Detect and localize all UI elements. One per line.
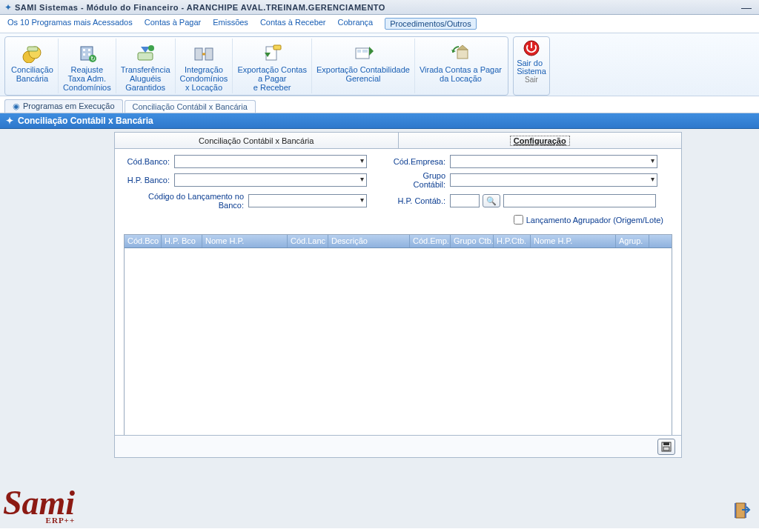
tool-label: Integração Condomínios x Locação: [180, 65, 228, 92]
combo-cod-lanc[interactable]: [248, 194, 367, 207]
svg-rect-12: [195, 48, 202, 60]
tool-label: Exportação Contas a Pagar e Receber: [237, 65, 307, 92]
panel-tab-conciliacao[interactable]: Conciliação Contábil x Bancária: [115, 133, 399, 148]
doc-tab-label: Programas em Execução: [23, 102, 115, 110]
doc-tab-programas[interactable]: ◉Programas em Execução: [4, 99, 123, 113]
tool-exportacao-contabilidade[interactable]: Exportação Contabilidade Gerencial: [311, 39, 414, 93]
config-panel: Conciliação Contábil x Bancária Configur…: [114, 132, 682, 458]
input-hp-contab[interactable]: [450, 194, 480, 207]
col-cod-bco[interactable]: Cód.Bco: [125, 235, 162, 247]
tool-label: Sair do Sistema: [517, 59, 546, 76]
doc-tab-label: Conciliação Contábil x Bancária: [133, 102, 248, 111]
minimize-button[interactable]: —: [738, 1, 755, 13]
workspace: Conciliação Contábil x Bancária Configur…: [0, 129, 759, 528]
tool-exportacao-contas[interactable]: Exportação Contas a Pagar e Receber: [232, 39, 311, 93]
tool-integracao-condominios[interactable]: Integração Condomínios x Locação: [175, 39, 233, 93]
svg-rect-17: [357, 50, 361, 53]
label-hp-contab: H.P. Contáb.:: [389, 196, 450, 205]
tool-virada-contas[interactable]: Virada Contas a Pagar da Locação: [414, 39, 506, 93]
menu-procedimentos[interactable]: Procedimentos/Outros: [385, 18, 476, 30]
tool-caption: Sair: [525, 76, 538, 84]
col-hp-ctb[interactable]: H.P.Ctb.: [494, 235, 531, 247]
tool-label: Exportação Contabilidade Gerencial: [316, 65, 410, 83]
door-exit-icon: [732, 501, 751, 520]
tool-conciliacao-bancaria[interactable]: Conciliação Bancária: [7, 39, 58, 93]
power-icon: [522, 39, 541, 59]
label-grupo-contabil: Grupo Contábil:: [389, 171, 450, 189]
label-cod-lanc: Código do Lançamento no Banco:: [124, 192, 248, 210]
svg-rect-4: [83, 49, 85, 51]
svg-rect-24: [663, 447, 669, 450]
col-cod-emp[interactable]: Cód.Emp.: [410, 235, 451, 247]
col-agrup[interactable]: Agrup.: [616, 235, 649, 247]
combo-cod-banco[interactable]: [174, 155, 367, 168]
menu-top10[interactable]: Os 10 Programas mais Acessados: [7, 18, 133, 30]
panel-tab-label: Configuração: [510, 136, 570, 146]
app-icon: ✦: [4, 2, 12, 13]
col-nome-hp-2[interactable]: Nome H.P.: [531, 235, 616, 247]
tool-reajuste-taxa[interactable]: ↻ Reajuste Taxa Adm. Condomínios: [58, 39, 116, 93]
subheader: ✦ Conciliação Contábil x Bancária: [0, 113, 759, 129]
combo-cod-empresa[interactable]: [450, 155, 657, 168]
tool-label: Reajuste Taxa Adm. Condomínios: [63, 65, 111, 92]
svg-rect-15: [274, 45, 281, 50]
col-cod-lanc[interactable]: Cód.Lanc: [288, 235, 328, 247]
combo-grupo-contabil[interactable]: [450, 173, 657, 187]
building-link-icon: [192, 40, 216, 65]
label-hp-banco: H.P. Banco:: [124, 176, 174, 184]
col-grupo-ctb[interactable]: Grupo Ctb.: [451, 235, 494, 247]
checkbox-agrupador[interactable]: [514, 215, 523, 225]
input-hp-contab-desc[interactable]: [503, 194, 656, 207]
col-descricao[interactable]: Descrição: [328, 235, 410, 247]
svg-point-11: [148, 45, 154, 51]
menu-contas-receber[interactable]: Contas à Receber: [260, 18, 326, 30]
exit-door-button[interactable]: [731, 500, 752, 521]
document-tabs: ◉Programas em Execução Conciliação Contá…: [0, 96, 759, 113]
panel-bottom-bar: [115, 435, 681, 457]
floppy-icon: [661, 442, 672, 452]
label-cod-empresa: Cód.Empresa:: [389, 157, 450, 166]
menu-emissoes[interactable]: Emissões: [213, 18, 248, 30]
window-title: SAMI Sistemas - Módulo do Financeiro - A…: [15, 3, 385, 12]
panel-tabs: Conciliação Contábil x Bancária Configur…: [115, 133, 681, 149]
svg-rect-6: [83, 53, 85, 56]
grid-config[interactable]: Cód.Bco H.P. Bco Nome H.P. Cód.Lanc Desc…: [124, 234, 672, 449]
form-area: Cód.Banco: Cód.Empresa: H.P. Banco: Grup…: [115, 149, 681, 233]
panel-tab-configuracao[interactable]: Configuração: [399, 133, 682, 148]
col-spacer: [649, 235, 672, 247]
svg-rect-26: [735, 503, 736, 518]
export-accounting-icon: [351, 40, 375, 65]
tool-transferencia-alugueis[interactable]: Transferência Aluguéis Garantidos: [116, 39, 175, 93]
svg-rect-2: [27, 47, 38, 51]
logo: Sami ERP++: [3, 488, 75, 524]
label-cod-banco: Cód.Banco:: [124, 157, 174, 166]
grid-header: Cód.Bco H.P. Bco Nome H.P. Cód.Lanc Desc…: [125, 235, 672, 248]
export-invoice-icon: [260, 40, 284, 65]
search-hp-contab-button[interactable]: 🔍: [483, 194, 500, 207]
col-hp-bco[interactable]: H.P. Bco: [162, 235, 202, 247]
tool-sair-sistema[interactable]: Sair do Sistema Sair: [513, 36, 550, 96]
svg-rect-19: [457, 50, 468, 59]
lens-icon: ✦: [6, 116, 13, 126]
col-nome-hp-1[interactable]: Nome H.P.: [202, 235, 288, 247]
menu-contas-pagar[interactable]: Contas à Pagar: [145, 18, 201, 30]
save-button[interactable]: [657, 439, 675, 455]
menu-cobranca[interactable]: Cobrança: [338, 18, 374, 30]
building-refresh-icon: ↻: [75, 40, 99, 65]
toolbar-group-main: Conciliação Bancária ↻ Reajuste Taxa Adm…: [4, 36, 508, 96]
svg-rect-23: [663, 442, 669, 445]
svg-rect-21: [531, 42, 532, 48]
menubar: Os 10 Programas mais Acessados Contas à …: [0, 15, 759, 33]
subheader-title: Conciliação Contábil x Bancária: [18, 116, 153, 126]
doc-tab-conciliacao[interactable]: Conciliação Contábil x Bancária: [125, 100, 256, 113]
combo-hp-banco[interactable]: [174, 173, 367, 187]
svg-rect-10: [138, 53, 153, 60]
search-icon: 🔍: [486, 196, 497, 206]
tool-label: Virada Contas a Pagar da Locação: [420, 65, 502, 83]
svg-text:↻: ↻: [90, 56, 96, 62]
pin-icon: ◉: [13, 102, 20, 110]
turnover-icon: [448, 40, 472, 65]
svg-rect-5: [88, 49, 90, 51]
tool-label: Transferência Aluguéis Garantidos: [121, 65, 170, 92]
toolbar: Conciliação Bancária ↻ Reajuste Taxa Adm…: [0, 33, 759, 96]
